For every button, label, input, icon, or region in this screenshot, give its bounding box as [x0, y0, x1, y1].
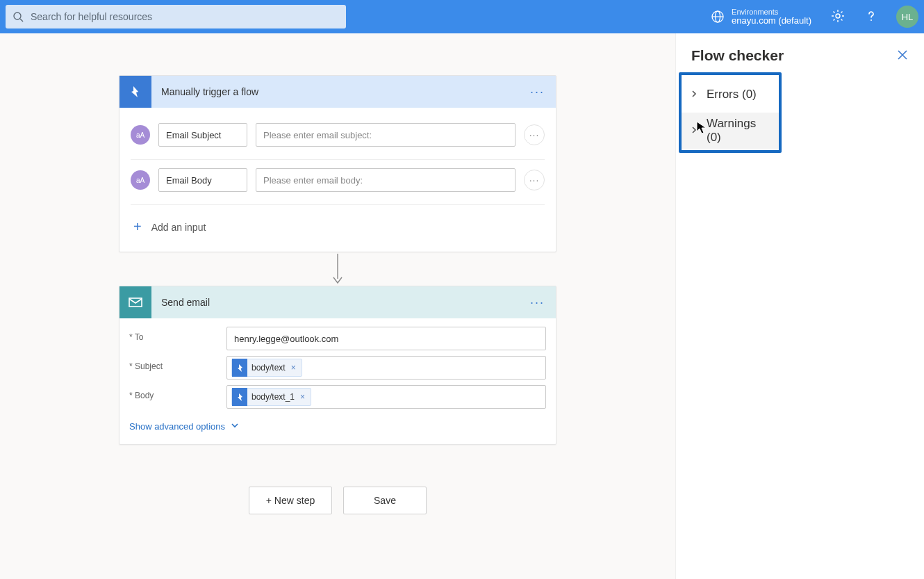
token-icon [232, 388, 247, 406]
subject-label: * Subject [129, 356, 226, 371]
errors-row[interactable]: Errors (0) [682, 76, 779, 113]
token-icon [232, 359, 247, 377]
token-label: body/text [251, 363, 286, 373]
add-input-label: Add an input [151, 222, 206, 233]
show-advanced-options[interactable]: Show advanced options [119, 413, 556, 444]
trigger-header[interactable]: Manually trigger a flow ··· [119, 76, 556, 108]
new-step-button[interactable]: + New step [249, 487, 332, 514]
param-label[interactable]: Email Body [158, 168, 247, 192]
warnings-row[interactable]: Warnings (0) [682, 113, 779, 149]
dynamic-token[interactable]: body/text_1 × [231, 388, 311, 406]
search-box[interactable] [6, 5, 346, 28]
text-type-icon: aA [131, 170, 150, 190]
globe-icon [711, 10, 725, 24]
svg-point-6 [871, 19, 872, 21]
plus-icon: + [133, 219, 142, 235]
search-icon [13, 11, 24, 22]
svg-line-1 [20, 19, 23, 22]
chevron-right-icon [690, 124, 698, 138]
gear-icon [831, 9, 845, 25]
flow-checker-panel: Flow checker Errors (0) Warnings (0) [675, 33, 924, 579]
settings-button[interactable] [825, 4, 850, 29]
send-email-header[interactable]: Send email ··· [119, 286, 556, 318]
environment-picker[interactable]: Environments enayu.com (default) [711, 8, 811, 26]
trigger-menu[interactable]: ··· [529, 82, 546, 102]
trigger-card: Manually trigger a flow ··· aA Email Sub… [119, 75, 556, 252]
help-icon [864, 9, 878, 25]
trigger-input-row: aA Email Body ··· [131, 163, 545, 205]
connector-arrow [119, 252, 556, 286]
chevron-down-icon [231, 421, 239, 432]
chevron-right-icon [690, 88, 698, 101]
param-placeholder-input[interactable] [256, 168, 515, 192]
subject-field[interactable]: body/text × [226, 356, 546, 380]
dynamic-token[interactable]: body/text × [231, 359, 302, 377]
warnings-label: Warnings (0) [707, 117, 770, 145]
environment-label: Environments enayu.com (default) [732, 8, 811, 26]
trigger-icon [119, 76, 151, 108]
to-field[interactable]: henry.legge@outlook.com [226, 327, 546, 350]
body-field[interactable]: body/text_1 × [226, 385, 546, 409]
top-bar: Environments enayu.com (default) HL [0, 0, 924, 33]
token-label: body/text_1 [251, 392, 295, 402]
to-value: henry.legge@outlook.com [234, 334, 338, 344]
token-remove[interactable]: × [290, 363, 297, 373]
panel-title: Flow checker [691, 47, 784, 64]
add-input-button[interactable]: + Add an input [131, 208, 545, 245]
help-button[interactable] [859, 4, 884, 29]
to-label: * To [129, 327, 226, 342]
text-type-icon: aA [131, 125, 150, 145]
errors-label: Errors (0) [707, 88, 757, 101]
search-input[interactable] [31, 11, 339, 22]
svg-point-5 [836, 14, 840, 18]
svg-rect-8 [129, 298, 142, 307]
svg-point-0 [14, 13, 21, 19]
row-menu-button[interactable]: ··· [524, 170, 545, 190]
advanced-label: Show advanced options [129, 421, 225, 432]
row-menu-button[interactable]: ··· [524, 124, 545, 145]
flow-canvas: Manually trigger a flow ··· aA Email Sub… [0, 33, 675, 579]
param-placeholder-input[interactable] [256, 123, 515, 147]
body-label: * Body [129, 385, 226, 400]
mail-icon [119, 286, 151, 318]
checker-highlight: Errors (0) Warnings (0) [679, 72, 782, 153]
save-button[interactable]: Save [343, 487, 427, 514]
param-label[interactable]: Email Subject [158, 123, 247, 147]
send-email-menu[interactable]: ··· [529, 293, 546, 313]
token-remove[interactable]: × [299, 392, 306, 402]
trigger-input-row: aA Email Subject ··· [131, 117, 545, 160]
close-panel-button[interactable] [896, 49, 909, 63]
send-email-title: Send email [161, 297, 519, 308]
send-email-card: Send email ··· * To henry.legge@outlook.… [119, 286, 556, 445]
avatar[interactable]: HL [896, 6, 918, 28]
trigger-title: Manually trigger a flow [161, 86, 519, 97]
